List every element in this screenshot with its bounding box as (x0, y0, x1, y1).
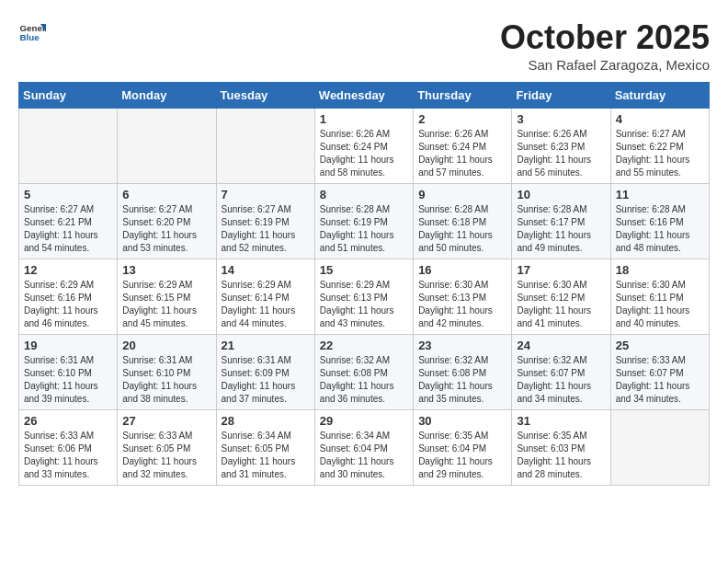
svg-text:Blue: Blue (20, 32, 40, 42)
calendar-cell: 14Sunrise: 6:29 AM Sunset: 6:14 PM Dayli… (216, 259, 314, 335)
calendar-cell: 30Sunrise: 6:35 AM Sunset: 6:04 PM Dayli… (414, 410, 512, 486)
logo: General Blue (18, 18, 46, 46)
day-number: 19 (24, 339, 112, 352)
day-number: 31 (517, 414, 605, 428)
day-number: 14 (222, 263, 310, 277)
calendar-cell: 12Sunrise: 6:29 AM Sunset: 6:16 PM Dayli… (19, 259, 118, 335)
day-info: Sunrise: 6:35 AM Sunset: 6:03 PM Dayligh… (517, 430, 605, 481)
calendar-cell: 8Sunrise: 6:28 AM Sunset: 6:19 PM Daylig… (314, 184, 413, 259)
day-info: Sunrise: 6:31 AM Sunset: 6:10 PM Dayligh… (24, 354, 112, 406)
day-number: 16 (418, 263, 506, 277)
month-title: October 2025 (500, 18, 710, 57)
calendar-cell: 25Sunrise: 6:33 AM Sunset: 6:07 PM Dayli… (610, 335, 709, 410)
title-block: October 2025 San Rafael Zaragoza, Mexico (500, 18, 710, 73)
calendar-cell: 29Sunrise: 6:34 AM Sunset: 6:04 PM Dayli… (314, 410, 413, 486)
day-info: Sunrise: 6:32 AM Sunset: 6:08 PM Dayligh… (320, 354, 408, 406)
calendar-row-4: 19Sunrise: 6:31 AM Sunset: 6:10 PM Dayli… (19, 335, 710, 410)
calendar-cell: 24Sunrise: 6:32 AM Sunset: 6:07 PM Dayli… (512, 335, 610, 410)
calendar-cell: 15Sunrise: 6:29 AM Sunset: 6:13 PM Dayli… (314, 259, 413, 335)
day-number: 28 (222, 414, 310, 428)
calendar-cell: 17Sunrise: 6:30 AM Sunset: 6:12 PM Dayli… (512, 259, 610, 335)
day-info: Sunrise: 6:30 AM Sunset: 6:11 PM Dayligh… (616, 279, 704, 330)
calendar-cell: 1Sunrise: 6:26 AM Sunset: 6:24 PM Daylig… (314, 109, 413, 184)
day-number: 6 (122, 188, 210, 201)
calendar-cell (216, 109, 314, 184)
calendar-cell: 5Sunrise: 6:27 AM Sunset: 6:21 PM Daylig… (19, 184, 118, 259)
calendar-cell: 11Sunrise: 6:28 AM Sunset: 6:16 PM Dayli… (610, 184, 709, 259)
day-number: 13 (122, 263, 210, 277)
day-info: Sunrise: 6:28 AM Sunset: 6:19 PM Dayligh… (320, 203, 408, 255)
day-number: 21 (222, 339, 310, 352)
day-number: 12 (24, 263, 112, 277)
day-number: 24 (517, 339, 605, 352)
calendar-cell: 28Sunrise: 6:34 AM Sunset: 6:05 PM Dayli… (216, 410, 314, 486)
day-number: 11 (616, 188, 704, 201)
calendar-row-5: 26Sunrise: 6:33 AM Sunset: 6:06 PM Dayli… (19, 410, 710, 486)
weekday-header-tuesday: Tuesday (216, 83, 314, 109)
calendar-table: SundayMondayTuesdayWednesdayThursdayFrid… (18, 82, 710, 486)
day-number: 30 (418, 414, 506, 428)
day-info: Sunrise: 6:27 AM Sunset: 6:21 PM Dayligh… (24, 203, 112, 255)
location-subtitle: San Rafael Zaragoza, Mexico (500, 57, 710, 73)
weekday-header-sunday: Sunday (19, 83, 118, 109)
calendar-row-1: 1Sunrise: 6:26 AM Sunset: 6:24 PM Daylig… (19, 109, 710, 184)
day-number: 29 (320, 414, 408, 428)
day-info: Sunrise: 6:28 AM Sunset: 6:17 PM Dayligh… (517, 203, 605, 255)
day-info: Sunrise: 6:29 AM Sunset: 6:13 PM Dayligh… (320, 279, 408, 330)
calendar-cell: 4Sunrise: 6:27 AM Sunset: 6:22 PM Daylig… (610, 109, 709, 184)
day-number: 26 (24, 414, 112, 428)
calendar-cell: 21Sunrise: 6:31 AM Sunset: 6:09 PM Dayli… (216, 335, 314, 410)
day-info: Sunrise: 6:33 AM Sunset: 6:07 PM Dayligh… (616, 354, 704, 406)
day-info: Sunrise: 6:35 AM Sunset: 6:04 PM Dayligh… (418, 430, 506, 481)
calendar-cell: 13Sunrise: 6:29 AM Sunset: 6:15 PM Dayli… (118, 259, 216, 335)
day-number: 17 (517, 263, 605, 277)
day-info: Sunrise: 6:27 AM Sunset: 6:20 PM Dayligh… (122, 203, 210, 255)
logo-icon: General Blue (18, 18, 46, 46)
day-number: 20 (122, 339, 210, 352)
page-header: General Blue October 2025 San Rafael Zar… (18, 18, 710, 73)
day-info: Sunrise: 6:29 AM Sunset: 6:14 PM Dayligh… (222, 279, 310, 330)
calendar-cell: 6Sunrise: 6:27 AM Sunset: 6:20 PM Daylig… (118, 184, 216, 259)
day-number: 10 (517, 188, 605, 201)
day-info: Sunrise: 6:31 AM Sunset: 6:09 PM Dayligh… (222, 354, 310, 406)
weekday-header-wednesday: Wednesday (314, 83, 413, 109)
day-number: 25 (616, 339, 704, 352)
day-info: Sunrise: 6:33 AM Sunset: 6:05 PM Dayligh… (122, 430, 210, 481)
day-number: 18 (616, 263, 704, 277)
day-info: Sunrise: 6:26 AM Sunset: 6:24 PM Dayligh… (320, 128, 408, 179)
day-number: 23 (418, 339, 506, 352)
day-info: Sunrise: 6:34 AM Sunset: 6:05 PM Dayligh… (222, 430, 310, 481)
day-info: Sunrise: 6:26 AM Sunset: 6:24 PM Dayligh… (418, 128, 506, 179)
calendar-cell: 2Sunrise: 6:26 AM Sunset: 6:24 PM Daylig… (414, 109, 512, 184)
day-info: Sunrise: 6:32 AM Sunset: 6:07 PM Dayligh… (517, 354, 605, 406)
day-info: Sunrise: 6:27 AM Sunset: 6:19 PM Dayligh… (222, 203, 310, 255)
calendar-header-row: SundayMondayTuesdayWednesdayThursdayFrid… (19, 83, 710, 109)
day-number: 1 (320, 112, 408, 126)
calendar-row-3: 12Sunrise: 6:29 AM Sunset: 6:16 PM Dayli… (19, 259, 710, 335)
day-info: Sunrise: 6:32 AM Sunset: 6:08 PM Dayligh… (418, 354, 506, 406)
day-info: Sunrise: 6:31 AM Sunset: 6:10 PM Dayligh… (122, 354, 210, 406)
calendar-cell: 3Sunrise: 6:26 AM Sunset: 6:23 PM Daylig… (512, 109, 610, 184)
day-number: 3 (517, 112, 605, 126)
day-info: Sunrise: 6:26 AM Sunset: 6:23 PM Dayligh… (517, 128, 605, 179)
day-info: Sunrise: 6:30 AM Sunset: 6:13 PM Dayligh… (418, 279, 506, 330)
day-number: 27 (122, 414, 210, 428)
weekday-header-friday: Friday (512, 83, 610, 109)
calendar-cell: 16Sunrise: 6:30 AM Sunset: 6:13 PM Dayli… (414, 259, 512, 335)
day-number: 15 (320, 263, 408, 277)
day-info: Sunrise: 6:29 AM Sunset: 6:15 PM Dayligh… (122, 279, 210, 330)
day-number: 7 (222, 188, 310, 201)
day-info: Sunrise: 6:34 AM Sunset: 6:04 PM Dayligh… (320, 430, 408, 481)
day-number: 8 (320, 188, 408, 201)
calendar-cell: 31Sunrise: 6:35 AM Sunset: 6:03 PM Dayli… (512, 410, 610, 486)
day-number: 5 (24, 188, 112, 201)
day-info: Sunrise: 6:28 AM Sunset: 6:18 PM Dayligh… (418, 203, 506, 255)
weekday-header-saturday: Saturday (610, 83, 709, 109)
calendar-cell: 18Sunrise: 6:30 AM Sunset: 6:11 PM Dayli… (610, 259, 709, 335)
weekday-header-monday: Monday (118, 83, 216, 109)
day-info: Sunrise: 6:30 AM Sunset: 6:12 PM Dayligh… (517, 279, 605, 330)
calendar-cell: 9Sunrise: 6:28 AM Sunset: 6:18 PM Daylig… (414, 184, 512, 259)
day-info: Sunrise: 6:29 AM Sunset: 6:16 PM Dayligh… (24, 279, 112, 330)
calendar-cell: 26Sunrise: 6:33 AM Sunset: 6:06 PM Dayli… (19, 410, 118, 486)
calendar-cell (19, 109, 118, 184)
